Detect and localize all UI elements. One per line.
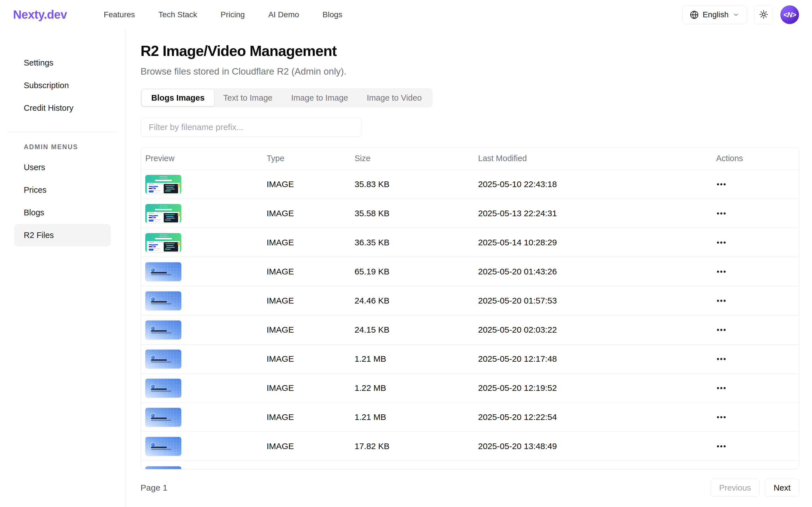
column-header-type: Type [267,154,355,163]
file-type: IMAGE [267,209,355,218]
sidebar-item-subscription[interactable]: Subscription [14,74,111,97]
sidebar-admin-menu: UsersPricesBlogsR2 Files [0,156,125,246]
file-type: IMAGE [267,441,355,451]
row-actions-button[interactable]: ••• [716,207,728,220]
file-thumbnail[interactable] [145,291,181,310]
table-cell-preview [145,175,267,194]
table-row: IMAGE 24.46 KB 2025-05-20 01:57:53 ••• [141,286,799,315]
row-actions-button[interactable]: ••• [716,353,728,365]
filename-filter-input[interactable] [141,118,362,137]
media-source-tabs: Blogs ImagesText to ImageImage to ImageI… [141,88,433,107]
file-type: IMAGE [267,179,355,189]
file-thumbnail[interactable] [145,321,181,339]
row-actions-button[interactable]: ••• [716,236,728,249]
row-actions-button[interactable]: ••• [716,382,728,395]
files-table: PreviewTypeSizeLast ModifiedActions IMAG… [141,147,799,469]
file-last-modified: 2025-05-20 12:17:48 [478,354,716,364]
table-cell-preview [145,437,267,456]
row-actions-button[interactable]: ••• [716,294,728,307]
sidebar-item-prices[interactable]: Prices [14,179,111,201]
nav-link-pricing[interactable]: Pricing [221,10,245,19]
file-size: 65.19 KB [355,267,478,276]
file-last-modified: 2025-05-20 01:43:26 [478,267,716,276]
table-cell-preview [145,262,267,281]
file-thumbnail[interactable] [145,262,181,281]
table-row: IMAGE 1.21 MB 2025-05-20 12:17:48 ••• [141,344,799,373]
ellipsis-icon: ••• [717,413,726,421]
user-avatar[interactable]: <N> [780,5,799,24]
table-row: IMAGE 35.83 KB 2025-05-10 22:43:18 ••• [141,170,799,199]
file-thumbnail[interactable] [145,379,181,398]
ellipsis-icon: ••• [717,238,726,246]
tab-image-to-image[interactable]: Image to Image [282,90,358,106]
page-subtitle: Browse files stored in Cloudflare R2 (Ad… [141,66,812,77]
top-navigation-bar: Nexty.dev FeaturesTech StackPricingAI De… [0,0,812,30]
ellipsis-icon: ••• [717,384,726,392]
nav-link-blogs[interactable]: Blogs [323,10,342,19]
table-cell-preview [145,204,267,223]
row-actions-button[interactable]: ••• [716,265,728,278]
main-nav: FeaturesTech StackPricingAI DemoBlogs [104,10,342,19]
nav-link-features[interactable]: Features [104,10,135,19]
column-header-size: Size [355,154,478,163]
table-cell-preview [145,379,267,398]
sidebar-section-label: ADMIN MENUS [24,143,125,151]
main-content: R2 Image/Video Management Browse files s… [125,30,812,507]
file-last-modified: 2025-05-20 02:03:22 [478,325,716,335]
file-thumbnail[interactable] [145,233,181,252]
file-thumbnail[interactable] [145,408,181,427]
file-last-modified: 2025-05-13 22:24:31 [478,209,716,218]
table-cell-preview [145,321,267,339]
ellipsis-icon: ••• [717,180,726,188]
file-thumbnail[interactable] [145,175,181,194]
nav-link-ai-demo[interactable]: AI Demo [268,10,299,19]
sidebar-item-users[interactable]: Users [14,156,111,179]
file-thumbnail[interactable] [145,437,181,456]
nav-link-tech-stack[interactable]: Tech Stack [158,10,197,19]
sidebar-item-blogs[interactable]: Blogs [14,201,111,224]
theme-toggle-button[interactable] [754,5,773,24]
table-cell-preview [145,461,267,469]
sidebar-item-r2-files[interactable]: R2 Files [14,224,111,246]
file-size: 1.22 MB [355,383,478,393]
table-row: IMAGE 36.35 KB 2025-05-14 10:28:29 ••• [141,228,799,257]
row-actions-button[interactable]: ••• [716,324,728,336]
table-cell-preview [145,350,267,369]
file-type: IMAGE [267,325,355,335]
table-row: IMAGE 65.19 KB 2025-05-20 01:43:26 ••• [141,257,799,286]
ellipsis-icon: ••• [717,210,726,217]
file-thumbnail[interactable] [145,466,181,469]
table-row: IMAGE 35.58 KB 2025-05-13 22:24:31 ••• [141,199,799,228]
tab-image-to-video[interactable]: Image to Video [358,90,431,106]
ellipsis-icon: ••• [717,326,726,334]
file-type: IMAGE [267,296,355,305]
table-cell-preview [145,291,267,310]
ellipsis-icon: ••• [717,297,726,305]
row-actions-button[interactable]: ••• [716,411,728,424]
tab-blogs-images[interactable]: Blogs Images [142,90,214,106]
sidebar-item-credit-history[interactable]: Credit History [14,97,111,119]
table-cell-preview [145,233,267,252]
row-actions-button[interactable]: ••• [716,440,728,453]
file-last-modified: 2025-05-20 13:48:49 [478,441,716,451]
table-body: IMAGE 35.83 KB 2025-05-10 22:43:18 ••• I… [141,170,799,461]
column-header-actions: Actions [716,154,799,163]
ellipsis-icon: ••• [717,442,726,450]
file-type: IMAGE [267,354,355,364]
previous-page-button[interactable]: Previous [710,479,760,497]
sidebar-user-menu: SettingsSubscriptionCredit History [0,51,125,119]
row-actions-button[interactable]: ••• [716,178,728,191]
file-type: IMAGE [267,383,355,393]
column-header-last-modified: Last Modified [478,154,716,163]
file-thumbnail[interactable] [145,204,181,223]
sidebar-item-settings[interactable]: Settings [14,51,111,74]
file-thumbnail[interactable] [145,350,181,369]
pagination-bar: Page 1 Previous Next [141,479,799,497]
brand-logo[interactable]: Nexty.dev [13,8,67,21]
file-last-modified: 2025-05-14 10:28:29 [478,238,716,247]
table-row: IMAGE 17.82 KB 2025-05-20 13:48:49 ••• [141,432,799,461]
language-selector[interactable]: English [682,5,747,24]
tab-text-to-image[interactable]: Text to Image [214,90,282,106]
next-page-button[interactable]: Next [765,479,799,497]
file-size: 24.15 KB [355,325,478,335]
